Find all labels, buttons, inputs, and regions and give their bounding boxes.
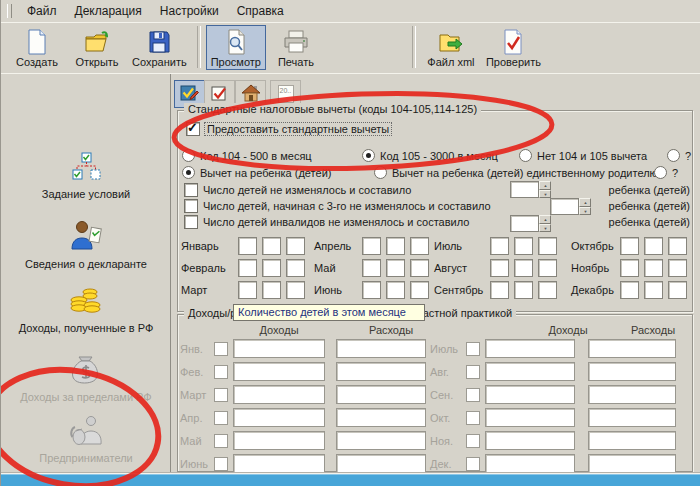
children-from-third-row[interactable]: Число детей, начиная с 3-го не изменялос… xyxy=(184,199,491,213)
month-count-input[interactable] xyxy=(238,237,257,255)
disabled-children-spinner[interactable] xyxy=(510,215,551,232)
menu-file[interactable]: Файл xyxy=(27,4,57,18)
income-input[interactable] xyxy=(233,454,325,473)
income-input[interactable] xyxy=(485,362,575,381)
xml-file-button[interactable]: Файл xml xyxy=(421,25,481,70)
create-button[interactable]: Создать xyxy=(7,25,67,70)
income-input[interactable] xyxy=(233,385,325,404)
radio-child-deduction[interactable]: Вычет на ребенка (детей) xyxy=(182,166,331,179)
income-input[interactable] xyxy=(485,339,575,358)
children-count-spinner[interactable] xyxy=(510,181,551,198)
row-checkbox[interactable] xyxy=(466,411,480,425)
row-checkbox[interactable] xyxy=(466,434,480,448)
income-input[interactable] xyxy=(233,431,325,450)
income-input[interactable] xyxy=(233,339,325,358)
month-count-input[interactable] xyxy=(262,281,281,299)
radio-code-help-circle[interactable] xyxy=(667,149,680,162)
month-count-input[interactable] xyxy=(386,259,405,277)
menu-settings[interactable]: Настройки xyxy=(160,4,219,18)
menu-declaration[interactable]: Декларация xyxy=(75,4,142,18)
radio-code-105-circle[interactable] xyxy=(362,149,375,162)
spin-up-icon[interactable] xyxy=(539,215,551,224)
row-checkbox[interactable] xyxy=(466,365,480,379)
expense-input[interactable] xyxy=(336,431,426,450)
row-checkbox[interactable] xyxy=(214,457,228,471)
radio-child-single-parent[interactable]: Вычет на ребенка (детей) единственному р… xyxy=(374,166,658,179)
children-count-checkbox[interactable] xyxy=(184,183,198,197)
radio-code-104[interactable]: Код 104 - 500 в месяц xyxy=(182,149,312,162)
income-input[interactable] xyxy=(485,408,575,427)
sidebar-item-incomes-russia[interactable]: Доходы, полученные в РФ xyxy=(1,286,171,334)
expense-input[interactable] xyxy=(588,362,676,381)
print-button[interactable]: Печать xyxy=(266,25,326,70)
month-count-input[interactable] xyxy=(514,259,533,277)
radio-child-help-circle[interactable] xyxy=(654,166,667,179)
row-checkbox[interactable] xyxy=(466,342,480,356)
expense-input[interactable] xyxy=(336,408,426,427)
expense-input[interactable] xyxy=(588,339,676,358)
row-checkbox[interactable] xyxy=(466,388,480,402)
month-count-input[interactable] xyxy=(410,281,429,299)
disabled-children-row[interactable]: Число детей инвалидов не изменялось и со… xyxy=(184,215,469,229)
month-count-input[interactable] xyxy=(668,259,687,277)
month-count-input[interactable] xyxy=(262,237,281,255)
month-count-input[interactable] xyxy=(514,237,533,255)
month-count-input[interactable] xyxy=(538,281,557,299)
row-checkbox[interactable] xyxy=(214,434,228,448)
income-input[interactable] xyxy=(485,431,575,450)
month-count-input[interactable] xyxy=(490,259,509,277)
income-input[interactable] xyxy=(233,362,325,381)
spin-up-icon[interactable] xyxy=(579,198,591,207)
radio-child-help[interactable]: ? xyxy=(654,166,678,179)
spin-down-icon[interactable] xyxy=(539,224,551,233)
month-count-input[interactable] xyxy=(644,281,663,299)
expense-input[interactable] xyxy=(336,362,426,381)
spinner-value-box[interactable] xyxy=(550,198,579,215)
menu-help[interactable]: Справка xyxy=(237,4,284,18)
expense-input[interactable] xyxy=(336,454,426,473)
radio-no-code[interactable]: Нет 104 и 105 вычета xyxy=(519,149,647,162)
children-from-third-checkbox[interactable] xyxy=(184,199,198,213)
radio-child-deduction-circle[interactable] xyxy=(182,166,195,179)
children-count-row[interactable]: Число детей не изменялось и составило xyxy=(184,183,411,197)
expense-input[interactable] xyxy=(588,385,676,404)
month-count-input[interactable] xyxy=(644,237,663,255)
month-count-input[interactable] xyxy=(386,281,405,299)
radio-code-help[interactable]: ? xyxy=(667,149,691,162)
preview-button[interactable]: Просмотр xyxy=(206,25,266,70)
sidebar-item-declarant[interactable]: Сведения о декларанте xyxy=(1,220,171,270)
month-count-input[interactable] xyxy=(286,237,305,255)
month-count-input[interactable] xyxy=(362,259,381,277)
row-checkbox[interactable] xyxy=(466,457,480,471)
month-count-input[interactable] xyxy=(490,237,509,255)
month-count-input[interactable] xyxy=(362,281,381,299)
spin-down-icon[interactable] xyxy=(539,190,551,199)
month-count-input[interactable] xyxy=(620,237,639,255)
disabled-children-checkbox[interactable] xyxy=(184,215,198,229)
row-checkbox[interactable] xyxy=(214,388,228,402)
row-checkbox[interactable] xyxy=(214,365,228,379)
month-count-input[interactable] xyxy=(514,281,533,299)
spinner-value-box[interactable] xyxy=(510,215,539,232)
month-count-input[interactable] xyxy=(238,281,257,299)
month-count-input[interactable] xyxy=(286,259,305,277)
provide-deductions-checkbox-row[interactable]: Предоставить стандартные вычеты xyxy=(186,122,391,136)
month-count-input[interactable] xyxy=(410,237,429,255)
month-count-input[interactable] xyxy=(286,281,305,299)
save-button[interactable]: Сохранить xyxy=(127,25,192,70)
expense-input[interactable] xyxy=(588,454,676,473)
month-count-input[interactable] xyxy=(538,259,557,277)
expense-input[interactable] xyxy=(336,339,426,358)
month-count-input[interactable] xyxy=(238,259,257,277)
month-count-input[interactable] xyxy=(620,281,639,299)
income-input[interactable] xyxy=(485,385,575,404)
month-count-input[interactable] xyxy=(490,281,509,299)
month-count-input[interactable] xyxy=(262,259,281,277)
month-count-input[interactable] xyxy=(538,237,557,255)
open-button[interactable]: Открыть xyxy=(67,25,127,70)
provide-deductions-checkbox[interactable] xyxy=(186,122,200,136)
sidebar-item-conditions[interactable]: Задание условий xyxy=(1,152,171,200)
month-count-input[interactable] xyxy=(668,281,687,299)
month-count-input[interactable] xyxy=(410,259,429,277)
month-count-input[interactable] xyxy=(644,259,663,277)
